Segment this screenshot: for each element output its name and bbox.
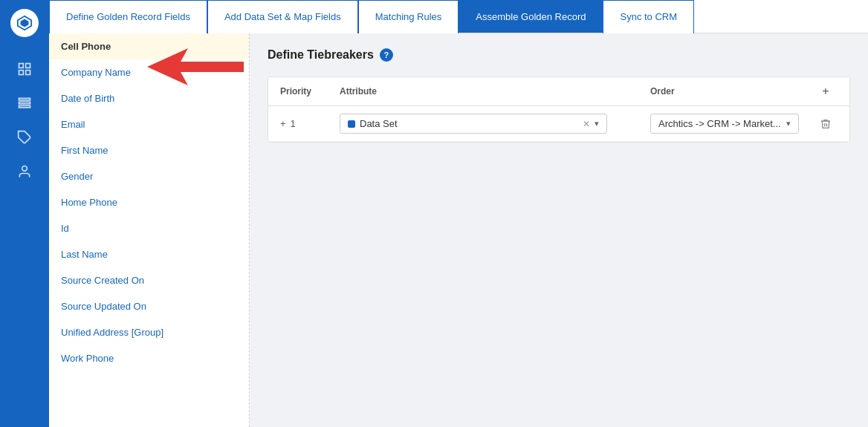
field-item-email[interactable]: Email — [49, 111, 249, 137]
logo-icon — [16, 15, 33, 31]
field-list-panel: Cell Phone Company Name Date of Birth Em… — [49, 33, 250, 427]
order-value: Archtics -> CRM -> Market... — [658, 118, 781, 129]
user-nav-icon[interactable] — [10, 157, 39, 186]
col-priority-header: Priority — [280, 86, 340, 97]
row-expand-icon[interactable]: + — [280, 118, 286, 129]
grid-nav-icon[interactable] — [10, 55, 39, 83]
field-item-first-name[interactable]: First Name — [49, 137, 249, 163]
tag-nav-icon[interactable] — [10, 123, 39, 151]
row-order: Archtics -> CRM -> Market... ▾ — [650, 114, 814, 134]
field-item-cell-phone[interactable]: Cell Phone — [49, 33, 249, 59]
tab-matching[interactable]: Matching Rules — [358, 0, 459, 33]
dataset-label: Data Set — [360, 118, 578, 129]
help-icon[interactable]: ? — [380, 48, 393, 62]
dataset-clear-button[interactable]: ✕ — [583, 119, 590, 129]
tab-sync[interactable]: Sync to CRM — [603, 0, 694, 33]
tiebreaker-table: Priority Attribute Order + + 1 — [268, 76, 850, 143]
tab-add-dataset[interactable]: Add Data Set & Map Fields — [207, 0, 358, 33]
col-order-header: Order — [650, 86, 814, 97]
svg-rect-5 — [26, 71, 30, 75]
field-item-company-name[interactable]: Company Name — [49, 59, 249, 85]
field-item-date-of-birth[interactable]: Date of Birth — [49, 85, 249, 111]
dataset-dropdown-button[interactable]: ▾ — [595, 119, 599, 128]
field-item-source-updated-on[interactable]: Source Updated On — [49, 293, 249, 319]
field-item-unified-address[interactable]: Unified Address [Group] — [49, 319, 249, 345]
body-area: Cell Phone Company Name Date of Birth Em… — [49, 33, 868, 427]
svg-rect-7 — [19, 102, 30, 104]
field-item-last-name[interactable]: Last Name — [49, 241, 249, 267]
row-attribute: Data Set ✕ ▾ — [340, 114, 650, 134]
main-content: Define Golden Record Fields Add Data Set… — [49, 0, 868, 427]
section-title-area: Define Tiebreakers ? — [268, 48, 850, 62]
svg-rect-2 — [19, 64, 24, 68]
row-delete-button[interactable] — [814, 118, 838, 130]
svg-rect-3 — [26, 64, 30, 68]
dataset-tag: Data Set ✕ ▾ — [340, 114, 607, 134]
order-select[interactable]: Archtics -> CRM -> Market... ▾ — [650, 114, 799, 134]
tab-bar: Define Golden Record Fields Add Data Set… — [49, 0, 868, 33]
tab-define[interactable]: Define Golden Record Fields — [49, 0, 207, 33]
app-logo[interactable] — [10, 9, 39, 37]
tab-assemble[interactable]: Assemble Golden Record — [459, 0, 603, 33]
field-item-gender[interactable]: Gender — [49, 163, 249, 189]
right-panel: Define Tiebreakers ? Priority Attribute … — [250, 33, 868, 427]
svg-point-10 — [22, 166, 27, 172]
field-item-id[interactable]: Id — [49, 215, 249, 241]
svg-rect-8 — [19, 105, 30, 108]
field-item-home-phone[interactable]: Home Phone — [49, 189, 249, 215]
svg-marker-1 — [21, 19, 29, 27]
row-priority: + 1 — [280, 118, 340, 129]
svg-rect-6 — [19, 98, 30, 100]
trash-icon — [820, 118, 832, 130]
add-row-button[interactable]: + — [814, 85, 838, 98]
col-attribute-header: Attribute — [340, 86, 650, 97]
svg-rect-4 — [19, 71, 24, 75]
field-item-work-phone[interactable]: Work Phone — [49, 345, 249, 371]
dataset-dot — [348, 120, 355, 128]
order-chevron-icon: ▾ — [786, 119, 791, 128]
list-nav-icon[interactable] — [10, 89, 39, 117]
section-title: Define Tiebreakers — [268, 48, 374, 62]
table-header: Priority Attribute Order + — [268, 77, 849, 106]
sidebar — [0, 0, 49, 427]
table-row: + 1 Data Set ✕ ▾ Archtics -> CRM - — [268, 106, 849, 142]
field-item-source-created-on[interactable]: Source Created On — [49, 267, 249, 293]
